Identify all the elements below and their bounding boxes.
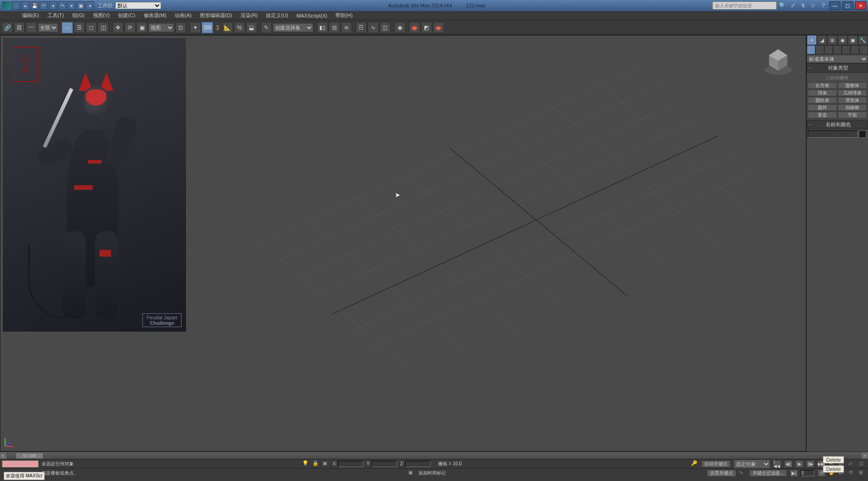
viewcube[interactable]: [760, 42, 797, 79]
display-tab-icon[interactable]: ▣: [848, 35, 858, 45]
autogrid-checkbox[interactable]: ☐ 自动栅格: [808, 74, 867, 82]
time-slider[interactable]: < 0 / 100 >: [0, 452, 868, 459]
timeslider-track[interactable]: 0 / 100: [6, 452, 862, 459]
nav-orbit-icon[interactable]: ⟲: [849, 469, 856, 477]
select-by-name-icon[interactable]: ☰: [74, 22, 85, 33]
menu-tools[interactable]: 工具(T): [44, 12, 68, 19]
window-crossing-icon[interactable]: ◫: [98, 22, 109, 33]
cylinder-button[interactable]: 圆柱体: [808, 97, 837, 104]
minimize-button[interactable]: —: [829, 1, 840, 10]
reference-image-plane[interactable]: 忍 者 Feudal Japan Challenge: [2, 37, 187, 332]
communication-icon[interactable]: ⤢: [789, 1, 797, 10]
schematic-view-icon[interactable]: ◫: [380, 22, 391, 33]
curve-editor-icon[interactable]: ∿: [368, 22, 379, 33]
spinner-snap-icon[interactable]: ⬓: [246, 22, 257, 33]
key-toggle-icon[interactable]: |▶|: [790, 469, 798, 477]
snap-3-label[interactable]: 3: [214, 24, 221, 31]
autokey-button[interactable]: 自动关键点: [701, 460, 731, 468]
bind-spacewarp-icon[interactable]: 〰: [26, 22, 37, 33]
app-logo-icon[interactable]: [2, 1, 11, 10]
sphere-button[interactable]: 球体: [808, 89, 837, 96]
prev-frame-icon[interactable]: ◀||: [784, 460, 792, 468]
play-icon[interactable]: ▶: [795, 460, 803, 468]
pyramid-button[interactable]: 四棱锥: [838, 104, 867, 111]
mirror-icon[interactable]: ▮▯: [317, 22, 328, 33]
manipulate-icon[interactable]: ✦: [190, 22, 201, 33]
helpers-subtab-icon[interactable]: [842, 45, 850, 54]
shapes-subtab-icon[interactable]: [815, 45, 824, 54]
nav-maximize-icon[interactable]: ⊞: [859, 469, 866, 477]
box-button[interactable]: 长方体: [808, 82, 837, 89]
y-input[interactable]: [371, 461, 397, 467]
select-region-icon[interactable]: ◻: [86, 22, 97, 33]
viewport[interactable]: [+][透视][平滑 + 高光 ] 忍 者 Feudal Japan Chall…: [0, 35, 806, 452]
qat-undo-icon[interactable]: ↶: [40, 1, 48, 10]
geometry-category-dropdown[interactable]: 标准基本体: [807, 55, 868, 63]
close-button[interactable]: ✕: [855, 1, 866, 10]
object-name-input[interactable]: [808, 130, 858, 138]
menu-create[interactable]: 创建(C): [114, 12, 139, 19]
key-target-dropdown[interactable]: 选定对象: [733, 459, 770, 469]
torus-button[interactable]: 圆环: [808, 104, 837, 111]
named-selection-dropdown[interactable]: 创建选择集: [273, 23, 313, 32]
create-tab-icon[interactable]: ✳: [807, 35, 817, 45]
name-color-rollout[interactable]: -名称和颜色: [807, 120, 868, 129]
selection-lock-icon[interactable]: 🔒: [312, 460, 320, 468]
graphite-ribbon-icon[interactable]: ☶: [356, 22, 367, 33]
menu-views[interactable]: 视图(V): [89, 12, 114, 19]
qat-redo-dd-icon[interactable]: ▾: [67, 1, 76, 10]
next-frame-icon[interactable]: ||▶: [806, 460, 815, 468]
timeslider-handle[interactable]: 0 / 100: [16, 452, 43, 459]
selection-filter-dropdown[interactable]: 全部: [38, 23, 58, 32]
z-input[interactable]: [405, 461, 431, 467]
x-input[interactable]: [338, 461, 364, 467]
ref-coord-dropdown[interactable]: 视图: [148, 23, 174, 32]
search-icon[interactable]: 🔍: [779, 1, 787, 10]
isolate-icon[interactable]: ▣: [323, 460, 330, 468]
align-icon[interactable]: ⊟: [329, 22, 340, 33]
plane-button[interactable]: 平面: [838, 111, 867, 118]
menu-rendering[interactable]: 渲染(R): [237, 12, 261, 19]
qat-undo-dd-icon[interactable]: ▾: [49, 1, 57, 10]
lock-icon[interactable]: 💡: [302, 460, 310, 468]
favorite-icon[interactable]: ☆: [809, 1, 817, 10]
add-time-tag[interactable]: 添加时间标记: [418, 470, 446, 476]
frame-input[interactable]: [801, 470, 815, 476]
rotate-icon[interactable]: ⟳: [124, 22, 135, 33]
object-color-swatch[interactable]: [859, 130, 866, 138]
setkey-button[interactable]: 设置关键点: [707, 469, 736, 477]
maxscript-listener[interactable]: 欢迎使用 MAXScr: [4, 472, 45, 480]
keyboard-shortcut-icon[interactable]: ⌨: [202, 22, 213, 33]
move-icon[interactable]: ✥: [112, 22, 123, 33]
timetag-icon[interactable]: ▣: [408, 469, 416, 477]
workspace-dropdown[interactable]: 默认: [115, 2, 161, 9]
percent-snap-icon[interactable]: %: [234, 22, 245, 33]
menu-maxscript[interactable]: MAXScript(X): [293, 13, 331, 18]
help-icon[interactable]: ?: [819, 1, 827, 10]
material-editor-icon[interactable]: ◉: [394, 22, 405, 33]
select-object-icon[interactable]: ▭: [62, 22, 73, 33]
teapot-button[interactable]: 茶壶: [808, 111, 837, 118]
qat-save-icon[interactable]: 💾: [30, 1, 39, 10]
keyfilter-icon[interactable]: ∿: [739, 469, 746, 477]
geosphere-button[interactable]: 几何球体: [838, 89, 867, 96]
motion-tab-icon[interactable]: ◉: [838, 35, 848, 45]
help-search-input[interactable]: [712, 1, 777, 10]
timeslider-prev-icon[interactable]: <: [0, 452, 6, 459]
qat-redo-icon[interactable]: ↷: [58, 1, 66, 10]
select-link-icon[interactable]: 🔗: [2, 22, 13, 33]
rendered-frame-icon[interactable]: ◩: [421, 22, 432, 33]
keyfilter-button[interactable]: 关键点过滤器...: [749, 469, 787, 477]
lights-subtab-icon[interactable]: [824, 45, 833, 54]
render-setup-icon[interactable]: 🫖: [409, 22, 420, 33]
menu-help[interactable]: 帮助(H): [332, 12, 356, 19]
nav-fov-icon[interactable]: ▱: [849, 460, 856, 468]
cone-button[interactable]: 圆锥体: [838, 82, 867, 89]
render-production-icon[interactable]: 🫖: [433, 22, 444, 33]
goto-start-icon[interactable]: |◀◀: [773, 460, 781, 468]
geometry-subtab-icon[interactable]: [807, 45, 815, 54]
menu-customize[interactable]: 自定义(U): [262, 12, 292, 19]
qat-open-icon[interactable]: ▸: [21, 1, 29, 10]
cameras-subtab-icon[interactable]: [833, 45, 842, 54]
scale-icon[interactable]: ▣: [136, 22, 147, 33]
